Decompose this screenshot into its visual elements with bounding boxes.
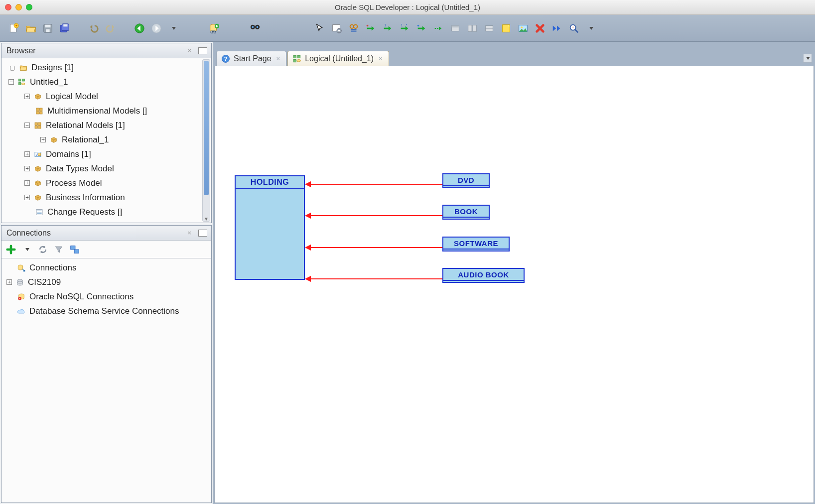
relationship-arrow[interactable]: [310, 247, 442, 248]
undo-button[interactable]: [87, 21, 101, 35]
expand-icon[interactable]: +: [24, 151, 30, 157]
collapse-icon[interactable]: −: [8, 79, 14, 85]
browser-dock-button[interactable]: [198, 47, 207, 54]
left-sidebar: Browser × ▲▼ ▢Designs [1]−Untitled_1+Log…: [0, 42, 213, 504]
entity-book[interactable]: BOOK: [442, 205, 490, 220]
rel-tool-5[interactable]: [431, 21, 445, 35]
tree-row[interactable]: +Business Information: [3, 190, 211, 205]
rel-tool-3[interactable]: 1*: [398, 21, 411, 35]
svg-point-22: [338, 29, 340, 31]
rel-tool-4[interactable]: [414, 21, 428, 35]
tab-logical[interactable]: Logical (Untitled_1) ×: [287, 51, 389, 66]
tree-label: CIS2109: [28, 277, 61, 287]
delete-tool[interactable]: [533, 21, 547, 35]
refresh-connections-button[interactable]: [37, 244, 48, 255]
new-file-button[interactable]: ✦: [7, 21, 21, 35]
entity-dvd[interactable]: DVD: [442, 173, 490, 188]
connections-close-icon[interactable]: ×: [187, 229, 191, 237]
entity-tool-2[interactable]: [465, 21, 479, 35]
svg-rect-31: [452, 25, 459, 27]
relationship-arrow[interactable]: [310, 184, 442, 185]
expand-icon[interactable]: +: [24, 166, 30, 171]
tree-row[interactable]: +Data Types Model: [3, 161, 211, 176]
browser-tree[interactable]: ▲▼ ▢Designs [1]−Untitled_1+Logical Model…: [1, 58, 211, 223]
svg-rect-56: [38, 153, 41, 155]
diagram-canvas[interactable]: HOLDINGDVDBOOKSOFTWAREAUDIO BOOK: [214, 66, 814, 503]
image-tool[interactable]: [516, 21, 530, 35]
cloud-icon: [16, 307, 26, 316]
zoom-dropdown[interactable]: [584, 21, 598, 35]
app-window: Oracle SQL Developer : Logical (Untitled…: [0, 0, 815, 504]
view-toggle-button[interactable]: [347, 21, 361, 35]
filter-connections-button[interactable]: [53, 244, 64, 255]
rel-tool-1[interactable]: [364, 21, 378, 35]
tree-label: Change Requests []: [47, 207, 122, 217]
svg-text:✦: ✦: [15, 23, 18, 28]
pointer-tool[interactable]: [313, 21, 327, 35]
relationship-arrow[interactable]: [310, 278, 442, 279]
tree-row[interactable]: −Relational Models [1]: [3, 118, 211, 132]
connections-dock-button[interactable]: [198, 230, 207, 237]
zoom-window-button[interactable]: [26, 4, 32, 10]
tree-row[interactable]: Change Requests []: [3, 205, 211, 219]
entity-audio-book[interactable]: AUDIO BOOK: [442, 268, 525, 283]
expand-icon[interactable]: +: [24, 195, 30, 200]
connections-toolbar: [1, 241, 211, 258]
minimize-window-button[interactable]: [15, 4, 22, 10]
forward-tool[interactable]: [550, 21, 564, 35]
collapse-icon[interactable]: −: [24, 123, 30, 128]
tree-row[interactable]: Connections: [3, 260, 211, 275]
save-all-button[interactable]: [58, 21, 72, 35]
relationship-arrow[interactable]: [310, 215, 442, 216]
expand-icon[interactable]: +: [6, 279, 12, 285]
zoom-tool[interactable]: +: [567, 21, 581, 35]
tabs-overflow-button[interactable]: [803, 54, 812, 63]
new-connection-dropdown[interactable]: [21, 244, 32, 255]
entity-software[interactable]: SOFTWARE: [442, 237, 510, 252]
tree-row[interactable]: Database Schema Service Connections: [3, 304, 211, 318]
browser-scrollbar[interactable]: ▲▼: [202, 59, 210, 222]
tns-button[interactable]: [69, 244, 80, 255]
redo-button[interactable]: [104, 21, 118, 35]
properties-button[interactable]: [330, 21, 344, 35]
tree-row[interactable]: +Logical Model: [3, 89, 211, 104]
folder-open-icon: [18, 63, 28, 72]
tree-row[interactable]: −Untitled_1: [3, 75, 211, 89]
tree-row[interactable]: +CIS2109: [3, 275, 211, 289]
entity-tool-3[interactable]: [482, 21, 496, 35]
nav-forward-button[interactable]: [149, 21, 163, 35]
tree-row[interactable]: Multidimensional Models []: [3, 104, 211, 118]
connections-tree[interactable]: Connections+CIS2109Oracle NoSQL Connecti…: [1, 258, 211, 503]
close-window-button[interactable]: [5, 4, 11, 10]
browser-close-icon[interactable]: ×: [187, 47, 191, 54]
new-connection-button[interactable]: [5, 244, 16, 255]
tree-row[interactable]: Oracle NoSQL Connections: [3, 289, 211, 304]
rel-tool-2[interactable]: 1: [381, 21, 395, 35]
expand-icon[interactable]: +: [24, 180, 30, 186]
find-button[interactable]: [248, 21, 262, 35]
save-button[interactable]: [41, 21, 55, 35]
note-tool[interactable]: [499, 21, 513, 35]
entity-tool-1[interactable]: [448, 21, 462, 35]
tree-row[interactable]: + Relational_1: [3, 132, 211, 147]
tree-row[interactable]: +ADomains [1]: [3, 147, 211, 161]
expand-icon[interactable]: +: [40, 137, 46, 142]
arrowhead-icon: [305, 245, 311, 251]
run-sql-button[interactable]: SQL: [207, 21, 221, 35]
svg-text:*: *: [406, 23, 408, 27]
tab-close-icon[interactable]: ×: [276, 55, 280, 62]
connections-panel: Connections × Connections+CIS2109Oracle …: [1, 225, 212, 503]
nav-dropdown[interactable]: [166, 21, 180, 35]
folder-open-icon[interactable]: ▢: [8, 64, 15, 71]
tab-start-page[interactable]: ? Start Page ×: [216, 51, 286, 66]
tree-row[interactable]: +Process Model: [3, 176, 211, 190]
open-button[interactable]: [24, 21, 38, 35]
entity-holding[interactable]: HOLDING: [235, 175, 305, 280]
tab-close-icon[interactable]: ×: [379, 55, 383, 62]
expand-icon[interactable]: +: [24, 94, 30, 99]
nav-back-button[interactable]: [133, 21, 146, 35]
tree-row[interactable]: ▢Designs [1]: [3, 60, 211, 75]
db-conn-icon: [16, 263, 26, 272]
tree-label: Process Model: [46, 178, 102, 188]
svg-rect-33: [473, 25, 476, 31]
